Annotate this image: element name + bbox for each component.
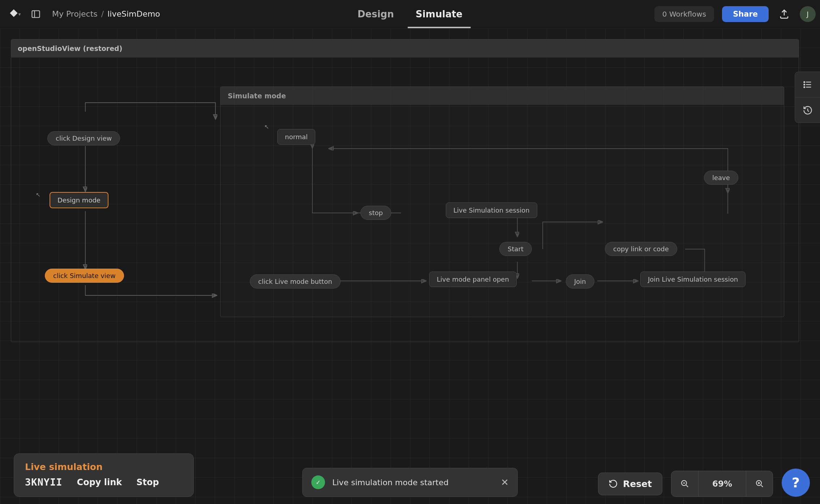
chip-join[interactable]: Join [566, 274, 594, 289]
reset-label: Reset [623, 479, 652, 489]
chip-click-design-view[interactable]: click Design view [47, 131, 120, 145]
svg-line-25 [761, 485, 763, 487]
svg-line-22 [686, 485, 688, 487]
chip-stop[interactable]: stop [360, 206, 391, 220]
chevron-down-icon: ▾ [18, 11, 21, 17]
simulate-title: Simulate mode [221, 87, 784, 105]
sidebar-toggle-button[interactable] [27, 6, 44, 22]
outline-icon[interactable] [795, 72, 820, 97]
avatar[interactable]: J [800, 6, 816, 22]
svg-point-17 [804, 84, 805, 85]
svg-line-20 [808, 111, 809, 111]
export-icon[interactable] [777, 7, 792, 22]
chip-start[interactable]: Start [499, 242, 532, 256]
chip-copy-link-or-code[interactable]: copy link or code [605, 242, 677, 256]
workflows-button[interactable]: 0 Workflows [654, 6, 714, 22]
toast: ✓ Live simulation mode started ✕ [302, 468, 518, 497]
breadcrumb-parent[interactable]: My Projects [52, 9, 98, 18]
breadcrumb: My Projects / liveSimDemo [52, 9, 160, 18]
zoom-in-button[interactable] [746, 471, 773, 496]
share-button[interactable]: Share [722, 6, 769, 22]
cursor-icon: ↖ [36, 191, 40, 198]
svg-point-16 [804, 82, 805, 83]
node-normal[interactable]: normal [277, 129, 315, 145]
zoom-value[interactable]: 69% [698, 471, 746, 496]
live-sim-title: Live simulation [25, 462, 183, 472]
cursor-icon: ↖ [264, 123, 269, 130]
live-simulation-panel: Live simulation 3KNYII Copy link Stop [14, 453, 194, 497]
toast-text: Live simulation mode started [332, 478, 494, 487]
chip-click-live-mode-button[interactable]: click Live mode button [250, 274, 341, 289]
svg-rect-0 [32, 10, 40, 17]
history-icon[interactable] [795, 97, 820, 123]
chip-leave[interactable]: leave [704, 171, 738, 185]
zoom-out-button[interactable] [671, 471, 698, 496]
node-live-simulation-session[interactable]: Live Simulation session [446, 202, 537, 218]
chip-click-simulate-view[interactable]: click Simulate view [45, 269, 124, 283]
view-frame: openStudioView (restored) [11, 39, 799, 342]
tab-simulate[interactable]: Simulate [415, 0, 462, 28]
view-title: openStudioView (restored) [11, 39, 799, 57]
node-design-mode[interactable]: Design mode [50, 192, 108, 208]
copy-link-button[interactable]: Copy link [77, 477, 122, 487]
stop-button[interactable]: Stop [136, 477, 159, 487]
svg-point-18 [804, 87, 805, 88]
breadcrumb-current[interactable]: liveSimDemo [107, 9, 160, 18]
live-sim-code[interactable]: 3KNYII [25, 477, 63, 488]
breadcrumb-sep: / [101, 9, 104, 18]
app-logo[interactable]: ▾ [4, 4, 25, 24]
success-icon: ✓ [311, 475, 325, 489]
tab-design[interactable]: Design [358, 0, 394, 28]
close-icon[interactable]: ✕ [501, 477, 509, 488]
right-rail [795, 72, 820, 123]
node-live-mode-panel-open[interactable]: Live mode panel open [429, 272, 517, 287]
zoom-group: 69% [671, 471, 773, 497]
node-join-live-simulation-session[interactable]: Join Live Simulation session [640, 272, 746, 287]
help-button[interactable]: ? [782, 469, 810, 497]
reset-button[interactable]: Reset [598, 473, 662, 495]
